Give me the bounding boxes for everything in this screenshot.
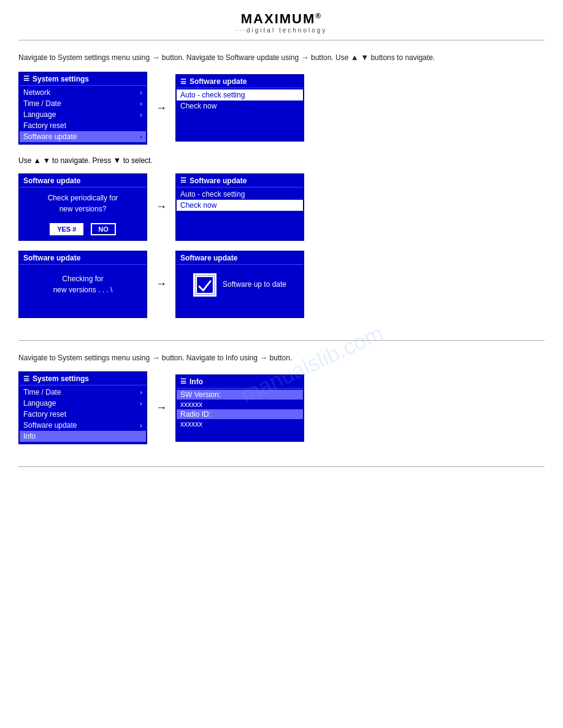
menu-item-language[interactable]: Language › [20,109,146,120]
menu-item-factory-reset-2[interactable]: Factory reset [20,409,146,420]
menu-icon-info: ☰ [180,377,186,385]
brand-name: MAXIMUM® [0,11,563,27]
sw-version-label: SW Version: [177,390,303,400]
brand-sub: ···digital technology [0,27,563,34]
info-title-text: Info [190,377,203,386]
menu-item-time-date-2[interactable]: Time / Date › [20,387,146,398]
brand-registered: ® [315,12,322,20]
nav-note-1: Use ▲ ▼ to navigate. Press ▼ to select. [18,154,545,167]
uptodate-text: Software up to date [223,279,286,290]
screen-title-bar-1: ☰ System settings [20,73,146,86]
dialog-yes-button[interactable]: YES # [50,223,83,235]
chevron-sw-update: › [140,133,142,140]
menu-item-network[interactable]: Network › [20,87,146,98]
sw-item-auto-check-2[interactable]: Auto - check setting [177,189,303,200]
screen-body-1: Network › Time / Date › Language › Facto… [20,86,146,143]
brand-name-text: MAXIMUM [241,11,316,26]
dialog-no-button[interactable]: NO [91,223,116,235]
menu-icon-1: ☰ [23,75,29,83]
section-software-update: Navigate to System settings menu using →… [0,40,563,334]
row3-arrow: → [156,278,167,290]
screen-row-2: Software update Check periodically for n… [18,173,545,241]
s2-arrow1-icon: → [151,352,159,365]
radio-id-value: xxxxxx [177,419,303,429]
row4-arrow: → [156,401,167,414]
menu-icon-sw2: ☰ [180,176,186,184]
sw-version-value: xxxxxx [177,400,303,409]
s2-arrow2-icon: → [259,352,267,365]
screen-system-settings-1: ☰ System settings Network › Time / Date … [18,72,147,145]
bottom-divider [18,466,545,467]
chevron-network: › [140,89,142,96]
arrow1-icon: → [151,51,159,64]
uptodate-body: Software up to date [177,265,303,305]
row1-arrow: → [156,102,167,115]
checking-title-bar: Software update [20,252,146,265]
screen-title-text-1: System settings [33,75,89,83]
section2-description: Navigate to System settings menu using →… [18,352,545,365]
sw-item-check-now-1[interactable]: Check now [177,100,303,112]
section-info: Navigate to System settings menu using →… [0,341,563,461]
screen-software-update-2: ☰ Software update Auto - check setting C… [175,173,304,241]
sw-body-2: Auto - check setting Check now [177,188,303,212]
arrow2-icon: → [301,51,309,64]
chevron-time-2: › [140,389,142,396]
screen-row-3: Software update Checking for new version… [18,251,545,318]
nav-symbols: ▲ ▼ [351,53,369,62]
screen-row-4: ☰ System settings Time / Date › Language… [18,371,545,444]
checking-body: Checking for new versions . . . \ [20,265,146,304]
menu-item-software-update[interactable]: Software update › [20,131,146,142]
sw-item-check-now-2[interactable]: Check now [177,200,303,211]
dialog-buttons: YES # NO [20,219,146,239]
screen-row-1: ☰ System settings Network › Time / Date … [18,72,545,145]
dialog-title-bar: Software update [20,175,146,188]
menu-item-time-date[interactable]: Time / Date › [20,98,146,109]
row2-arrow: → [156,200,167,213]
info-body: SW Version: xxxxxx Radio ID: xxxxxx [177,389,303,430]
screen-title-bar-2: ☰ System settings [20,373,146,385]
checkmark-icon [193,273,216,297]
screen-info: ☰ Info SW Version: xxxxxx Radio ID: xxxx… [175,374,304,442]
chevron-language: › [140,111,142,118]
menu-item-factory-reset[interactable]: Factory reset [20,120,146,131]
screen-software-update-1: ☰ Software update Auto - check setting C… [175,74,304,142]
chevron-language-2: › [140,400,142,407]
menu-icon-sw1: ☰ [180,78,186,86]
chevron-time: › [140,100,142,107]
menu-item-language-2[interactable]: Language › [20,398,146,409]
sw-title-bar-2: ☰ Software update [177,175,303,188]
menu-item-software-update-2[interactable]: Software update › [20,420,146,431]
screen-title-text-2: System settings [33,374,89,383]
screen-dialog: Software update Check periodically for n… [18,173,147,241]
svg-rect-0 [196,276,213,293]
sw-title-text-1: Software update [190,77,247,86]
chevron-sw-update-2: › [140,422,142,429]
dialog-body: Check periodically for new versions? [20,188,146,219]
sw-item-auto-check[interactable]: Auto - check setting [177,89,303,100]
screen-body-2: Time / Date › Language › Factory reset S… [20,385,146,443]
sw-title-text-2: Software update [190,176,247,185]
header: MAXIMUM® ···digital technology [0,0,563,40]
uptodate-title-bar: Software update [177,252,303,265]
menu-icon-ss2: ☰ [23,375,29,383]
menu-item-info[interactable]: Info [20,431,146,442]
screen-uptodate: Software update Software up to date [175,251,304,318]
screen-checking: Software update Checking for new version… [18,251,147,318]
sw-title-bar-1: ☰ Software update [177,75,303,88]
info-title-bar: ☰ Info [177,376,303,389]
section1-description: Navigate to System settings menu using →… [18,51,545,64]
radio-id-label: Radio ID: [177,409,303,419]
sw-body-1: Auto - check setting Check now [177,88,303,113]
screen-system-settings-2: ☰ System settings Time / Date › Language… [18,371,147,444]
